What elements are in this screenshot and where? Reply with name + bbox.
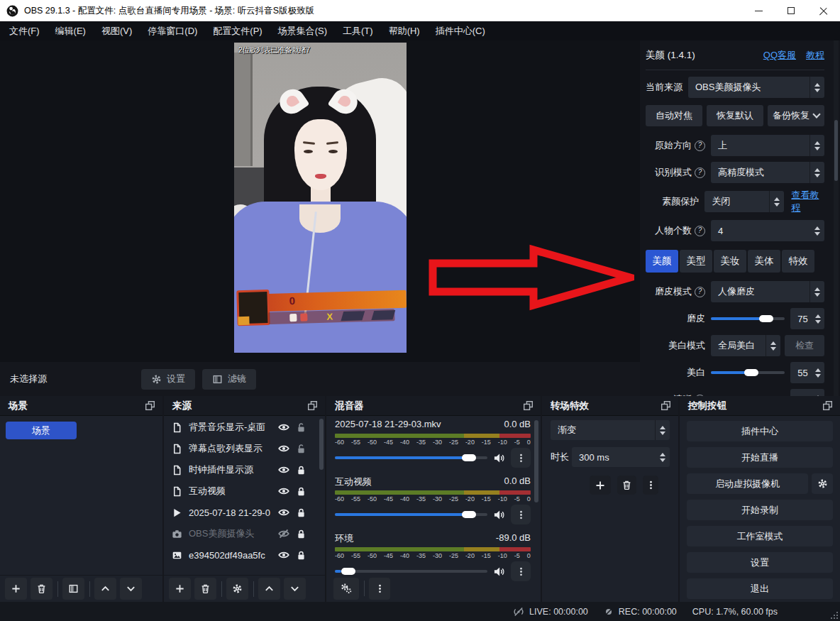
popout-icon[interactable] bbox=[822, 400, 833, 411]
backup-restore-button[interactable]: 备份恢复 bbox=[768, 105, 824, 126]
menu-item-scene-collection[interactable]: 场景集合(S) bbox=[270, 25, 335, 38]
spinner-arrows-icon[interactable] bbox=[809, 162, 824, 183]
help-icon[interactable] bbox=[695, 167, 705, 178]
plugin-center-button[interactable]: 插件中心 bbox=[687, 421, 833, 441]
virtual-camera-settings-button[interactable] bbox=[812, 473, 833, 494]
recognition-mode-select[interactable]: 高精度模式 bbox=[711, 162, 824, 183]
spinner-arrows-icon[interactable] bbox=[809, 220, 824, 241]
source-row[interactable]: 时钟插件显示源 bbox=[164, 459, 325, 480]
eye-icon[interactable] bbox=[278, 464, 289, 476]
mixer-options-button[interactable] bbox=[369, 578, 390, 600]
remove-scene-button[interactable] bbox=[31, 578, 52, 600]
menu-item-file[interactable]: 文件(F) bbox=[1, 25, 48, 38]
whitening-value-spinner[interactable]: 55 bbox=[790, 362, 824, 383]
popout-icon[interactable] bbox=[307, 400, 318, 411]
maximize-button[interactable] bbox=[775, 0, 807, 21]
eye-slash-icon[interactable] bbox=[278, 528, 289, 539]
eye-icon[interactable] bbox=[278, 422, 289, 433]
minimize-button[interactable] bbox=[742, 0, 775, 21]
scene-down-button[interactable] bbox=[120, 578, 142, 600]
makeup-protect-select[interactable]: 关闭 bbox=[704, 191, 784, 212]
resize-grip[interactable] bbox=[831, 612, 838, 619]
source-down-button[interactable] bbox=[284, 578, 306, 600]
tutorial-link[interactable]: 教程 bbox=[806, 49, 824, 62]
source-filters-button[interactable]: 滤镜 bbox=[202, 369, 256, 390]
lock-open-icon[interactable] bbox=[296, 444, 306, 454]
menu-item-help[interactable]: 帮助(H) bbox=[381, 25, 428, 38]
start-streaming-button[interactable]: 开始直播 bbox=[687, 447, 833, 468]
duration-spinner[interactable]: 300 ms bbox=[572, 447, 670, 467]
source-row[interactable]: 背景音乐显示-桌面 bbox=[164, 417, 325, 438]
preview-canvas[interactable]: 2位歌列表已准备就绪7 0 X bbox=[0, 40, 640, 362]
add-transition-button[interactable] bbox=[590, 476, 611, 495]
source-properties-button[interactable] bbox=[226, 578, 248, 600]
help-icon[interactable] bbox=[695, 226, 705, 236]
source-row[interactable]: e394502df49aa5fc bbox=[164, 544, 325, 566]
transition-options-button[interactable] bbox=[643, 476, 658, 495]
current-source-select[interactable]: OBS美颜摄像头 bbox=[688, 77, 824, 98]
autofocus-button[interactable]: 自动对焦 bbox=[646, 105, 702, 126]
speaker-icon[interactable] bbox=[493, 452, 505, 464]
spinner-arrows-icon[interactable] bbox=[769, 191, 784, 212]
lock-icon[interactable] bbox=[296, 465, 306, 476]
view-tutorial-link[interactable]: 查看教程 bbox=[791, 189, 824, 214]
whitening-mode-select[interactable]: 全局美白 bbox=[711, 335, 780, 356]
sources-scrollbar[interactable] bbox=[319, 419, 324, 470]
lock-open-icon[interactable] bbox=[296, 422, 306, 433]
source-row[interactable]: 2025-07-18 21-29-0 bbox=[164, 502, 325, 523]
menu-item-profile[interactable]: 配置文件(P) bbox=[205, 25, 270, 38]
remove-transition-button[interactable] bbox=[617, 476, 636, 495]
tab-effects[interactable]: 特效 bbox=[782, 250, 814, 273]
qq-support-link[interactable]: QQ客服 bbox=[763, 49, 796, 62]
smooth-value-spinner[interactable]: 75 bbox=[790, 308, 824, 329]
lock-icon[interactable] bbox=[296, 507, 306, 518]
spinner-arrows-icon[interactable] bbox=[809, 135, 824, 156]
source-row[interactable]: OBS美颜摄像头 bbox=[164, 523, 325, 544]
tab-makeup[interactable]: 美妆 bbox=[714, 250, 746, 273]
remove-source-button[interactable] bbox=[194, 578, 216, 600]
popout-icon[interactable] bbox=[523, 400, 534, 411]
spinner-arrows-icon[interactable] bbox=[766, 335, 780, 356]
start-virtual-camera-button[interactable]: 启动虚拟摄像机 bbox=[687, 473, 808, 494]
lock-icon[interactable] bbox=[296, 486, 306, 497]
channel-options-button[interactable] bbox=[511, 505, 531, 524]
tab-beauty[interactable]: 美颜 bbox=[646, 250, 678, 273]
scene-filters-button[interactable] bbox=[62, 578, 84, 600]
popout-icon[interactable] bbox=[661, 400, 671, 411]
studio-mode-button[interactable]: 工作室模式 bbox=[687, 526, 833, 546]
source-row[interactable]: 弹幕点歌列表显示 bbox=[164, 438, 325, 459]
add-scene-button[interactable] bbox=[5, 578, 27, 600]
settings-button[interactable]: 设置 bbox=[687, 552, 833, 573]
source-row[interactable]: 互动视频 bbox=[164, 480, 325, 502]
close-button[interactable] bbox=[807, 0, 840, 21]
whitening-slider[interactable] bbox=[711, 368, 785, 377]
menu-item-plugin-center[interactable]: 插件中心(C) bbox=[428, 25, 493, 38]
help-icon[interactable] bbox=[695, 287, 705, 297]
scene-item-selected[interactable]: 场景 bbox=[6, 422, 77, 439]
menu-item-view[interactable]: 视图(V) bbox=[94, 25, 140, 38]
exit-button[interactable]: 退出 bbox=[687, 578, 833, 599]
channel-options-button[interactable] bbox=[511, 448, 531, 468]
lock-icon[interactable] bbox=[296, 529, 306, 539]
orientation-select[interactable]: 上 bbox=[711, 135, 824, 156]
smooth-slider[interactable] bbox=[711, 314, 785, 323]
eye-icon[interactable] bbox=[278, 443, 289, 454]
source-up-button[interactable] bbox=[258, 578, 280, 600]
transition-select[interactable]: 渐变 bbox=[551, 420, 670, 440]
start-recording-button[interactable]: 开始录制 bbox=[687, 500, 833, 520]
lock-icon[interactable] bbox=[296, 550, 306, 561]
restore-default-button[interactable]: 恢复默认 bbox=[707, 105, 763, 126]
add-source-button[interactable] bbox=[169, 578, 191, 600]
spinner-arrows-icon[interactable] bbox=[655, 420, 670, 440]
menu-item-docks[interactable]: 停靠窗口(D) bbox=[140, 25, 205, 38]
volume-slider[interactable] bbox=[335, 454, 487, 462]
clarity-value-spinner[interactable]: 0 bbox=[790, 389, 824, 396]
speaker-icon[interactable] bbox=[493, 509, 505, 521]
advanced-audio-button[interactable] bbox=[333, 578, 359, 600]
person-count-spinner[interactable]: 4 bbox=[711, 220, 824, 241]
menu-item-edit[interactable]: 编辑(E) bbox=[48, 25, 94, 38]
scene-up-button[interactable] bbox=[94, 578, 116, 600]
mixer-scrollbar[interactable] bbox=[534, 420, 538, 502]
help-icon[interactable] bbox=[695, 141, 705, 151]
eye-icon[interactable] bbox=[278, 485, 289, 497]
